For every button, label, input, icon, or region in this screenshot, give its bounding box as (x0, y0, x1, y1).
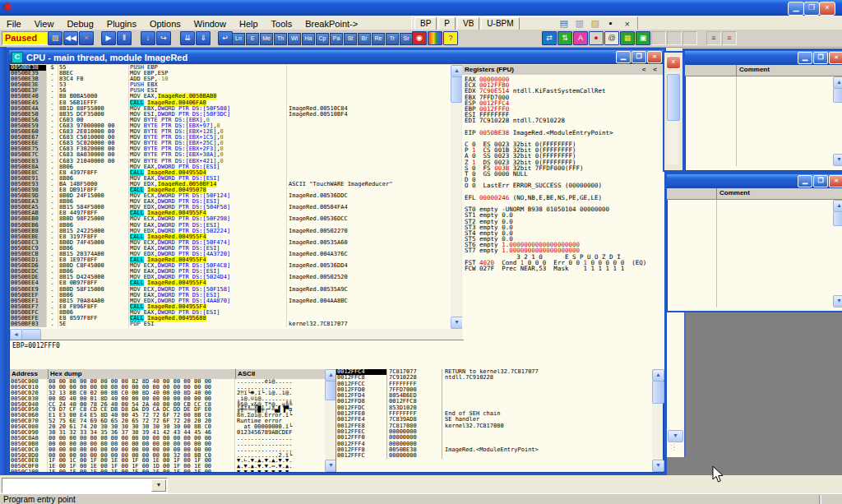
scroll-down-icon[interactable]: ▼ (652, 460, 664, 472)
registers-scroll-arrows[interactable]: < < (642, 65, 664, 75)
close-program-icon[interactable]: × (79, 31, 94, 45)
info-pane[interactable]: EBP=0012FFF0 (10, 340, 464, 372)
number-grid-icon[interactable]: ▦ (620, 31, 635, 45)
pause-icon[interactable]: ‖ (117, 31, 132, 45)
disasm-row[interactable]: 0050BEF7.E8 F896F8FFCALL ImageRed.004955… (10, 304, 451, 310)
maximize-button[interactable]: ❐ (813, 175, 828, 187)
step-over-icon[interactable]: ↪ (156, 31, 171, 45)
register-row[interactable]: FCW 027F Prec NEAR,53 Mask 1 1 1 1 1 1 (465, 266, 666, 271)
background-window-scrollbar[interactable] (667, 72, 678, 164)
cpu-close-button[interactable]: × (647, 51, 662, 63)
disasm-row[interactable]: 0050BE8C.E8 4397F8FFCALL ImageRed.004955… (10, 170, 451, 176)
stack-row[interactable]: 0012FFD07FFD7000 (336, 387, 653, 393)
appearance-icon[interactable] (428, 31, 442, 45)
cpu-minimize-button[interactable]: ▁ (616, 51, 631, 63)
register-row[interactable]: T 0 GS 0000 NULL (465, 171, 666, 177)
stack-pane[interactable]: 0012FFC47C817077RETURN to kernel32.7C817… (335, 369, 653, 472)
app-titlebar[interactable]: ✱ ▁ ❐ × (0, 0, 842, 16)
toolbar-button-ha[interactable]: Ha (302, 33, 315, 45)
disasm-row[interactable]: 0050BED6.8B0D C8F45000MOV ECX,DWORD PTR … (10, 263, 451, 269)
notes-icon[interactable]: ▥ (573, 18, 586, 30)
toolbar-button-wi[interactable]: Wi (288, 33, 301, 45)
breakpoint-list-2-icon[interactable]: ≡ (722, 31, 737, 45)
open-file-icon[interactable]: ▨ (48, 31, 62, 45)
plugin-button-bp[interactable]: BP (414, 17, 437, 30)
stack-row[interactable]: 0012FFE0FFFFFFFFEnd of SEH chain (336, 411, 653, 417)
scroll-down-icon[interactable]: ▼ (668, 430, 683, 442)
disasm-address[interactable]: 0050BF03 (10, 321, 46, 327)
register-row[interactable]: EFL 00000246 (NO,NB,E,BE,NS,PE,GE,LE) (465, 195, 666, 201)
disasm-row[interactable]: 0050BE38$55PUSH EBP (10, 65, 451, 71)
dump-row[interactable]: 0050C1001F 00 1F 00 1F 00 1F 00 1F 00 1F… (10, 469, 325, 472)
stack-row[interactable]: 0012FFC87C910228ntdll.7C910228 (336, 375, 653, 381)
stack-row[interactable]: 0012FFF80050BE38ImageRed.<ModuleEntryPoi… (336, 447, 653, 453)
sort-arrows-icon[interactable]: ⇅ (557, 31, 572, 45)
toolbar-button-re[interactable]: Re (372, 33, 385, 45)
disasm-hscrollbar[interactable]: ◄ (10, 329, 461, 340)
disasm-row[interactable]: 0050BEE9.8B0D 58F15000MOV ECX,DWORD PTR … (10, 287, 451, 293)
disasm-row[interactable]: 0050BF03.5EPOP ESIkernel32.7C817077 (10, 321, 451, 327)
comment-window-top-scrollbar[interactable]: ▲ ▼ (833, 76, 842, 166)
toolbar-button-ln[interactable]: Ln (232, 33, 245, 45)
fingerprint-icon[interactable]: @ (604, 31, 619, 45)
scroll-down-icon[interactable]: ▼ (451, 317, 463, 329)
step-into-icon[interactable]: ↓ (141, 31, 155, 45)
stack-row[interactable]: 0012FFD48054B6ED (336, 393, 653, 399)
console-icon[interactable]: ▪ (604, 18, 618, 30)
close-button[interactable]: × (829, 175, 842, 187)
stack-row[interactable]: 0012FFD80012FFC8 (336, 399, 653, 405)
blank-3-icon[interactable] (682, 31, 697, 45)
plugin-close-button[interactable]: × (620, 18, 635, 30)
scroll-up-icon[interactable]: ▲ (833, 200, 842, 212)
cpu-restore-button[interactable]: ❐ (632, 51, 646, 63)
comment-window-middle-scrollbar[interactable]: ▲ ▼ (833, 200, 842, 307)
register-row[interactable]: EIP 0050BE38 ImageRed.<ModuleEntryPoint> (465, 130, 666, 136)
toolbar-button-br[interactable]: Br (358, 33, 371, 45)
blank-1-icon[interactable] (651, 31, 666, 45)
toolbar-button-pa[interactable]: Pa (330, 33, 343, 45)
stack-scrollbar[interactable]: ▲ ▼ (652, 369, 663, 472)
disasm-scroll-thumb[interactable] (451, 76, 463, 103)
options-icon[interactable]: ◉ (412, 31, 427, 45)
command-input[interactable] (2, 483, 4, 492)
toolbar-button-e[interactable]: E (246, 33, 259, 45)
scroll-up-icon[interactable]: ▲ (652, 369, 664, 381)
disasm-row[interactable]: 0050BE83.C683 21040000 00MOV BYTE PTR DS… (10, 159, 451, 164)
scroll-thumb[interactable] (667, 74, 680, 121)
toolbar-button-cp[interactable]: Cp (316, 33, 329, 45)
close-button[interactable]: × (829, 52, 842, 64)
comment-window-top-titlebar[interactable]: ▁ ❐ × (685, 51, 842, 65)
stack-scroll-thumb[interactable] (652, 381, 664, 404)
scroll-down-icon[interactable]: ▼ (833, 295, 842, 307)
disasm-row[interactable]: 0050BE3B.83C4 F0ADD ESP,-10 (10, 76, 451, 82)
register-row[interactable]: O 0 LastErr ERROR_SUCCESS (00000000) (465, 183, 666, 188)
disasm-row[interactable]: 0050BE3E.53PUSH EBX (10, 82, 451, 88)
disasm-row[interactable]: 0050BEB0.8B0D 98F25000MOV ECX,DWORD PTR … (10, 216, 451, 222)
toolbar-button-tr[interactable]: Tr (386, 33, 399, 45)
comment-window-middle-header[interactable]: Comment (667, 188, 842, 200)
stack-row[interactable]: 0012FFE87C817080kernel32.7C817080 (336, 423, 653, 429)
disasm-row[interactable]: 0050BEFE.E8 8597F8FFCALL ImageRed.004956… (10, 316, 451, 321)
command-combobox[interactable]: ▼ (2, 478, 168, 493)
scroll-thumb[interactable] (833, 88, 842, 103)
scroll-down-icon[interactable]: ▼ (833, 154, 842, 166)
toolbar-button-st[interactable]: St (344, 33, 357, 45)
minimize-button[interactable]: ▁ (798, 52, 812, 64)
scroll-up-icon[interactable]: ▲ (833, 76, 842, 89)
animate-over-icon[interactable]: ⇓ (196, 31, 210, 45)
close-button[interactable]: × (819, 2, 835, 16)
animate-into-icon[interactable]: ⇊ (180, 31, 195, 45)
toolbar-button-me[interactable]: Me (260, 33, 273, 45)
toolbar-button-sr[interactable]: Sr (400, 33, 413, 45)
stack-row[interactable]: 0012FFCCFFFFFFFF (336, 381, 653, 387)
disassembly-pane[interactable]: 0050BE38$55PUSH EBP0050BE39.8BECMOV EBP,… (10, 65, 451, 329)
swap-arrows-icon[interactable]: ⇄ (542, 31, 557, 45)
stack-row[interactable]: 0012FFC47C817077RETURN to kernel32.7C817… (336, 369, 653, 375)
stack-row[interactable]: 0012FFF000000000 (336, 435, 653, 441)
help-icon[interactable]: ? (443, 31, 458, 45)
stack-address[interactable]: 0012FFFC (336, 453, 386, 459)
minimize-button[interactable]: ▁ (788, 2, 804, 16)
disasm-row[interactable]: 0050BEC3.8B0D 74F45000MOV ECX,DWORD PTR … (10, 240, 451, 246)
resize-grip-icon[interactable]: ·: ·: (670, 444, 682, 454)
copy-doc-icon[interactable]: ▤ (557, 18, 571, 30)
